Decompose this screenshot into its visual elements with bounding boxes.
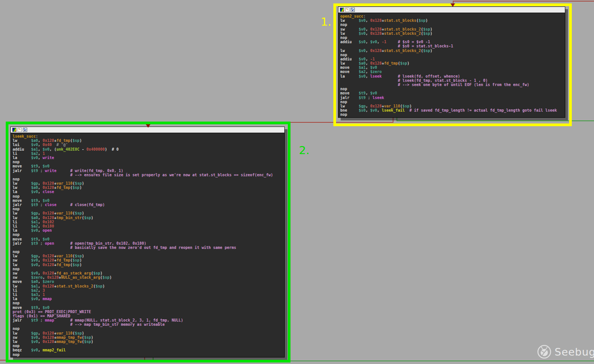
annotation-frame-step1 <box>333 3 572 126</box>
annotation-frame-step2 <box>6 122 290 362</box>
seebug-watermark: Seebug <box>537 344 594 359</box>
step1-label: 1. <box>321 16 331 28</box>
step2-label: 2. <box>299 145 310 156</box>
edge-arrowhead-into-node2 <box>146 124 150 128</box>
edge-incoming-red-horizontal <box>453 1 594 2</box>
edge-arrowhead-into-node1 <box>450 3 455 7</box>
seebug-bug-icon <box>537 344 552 359</box>
seebug-logo-text: Seebug <box>555 346 594 358</box>
